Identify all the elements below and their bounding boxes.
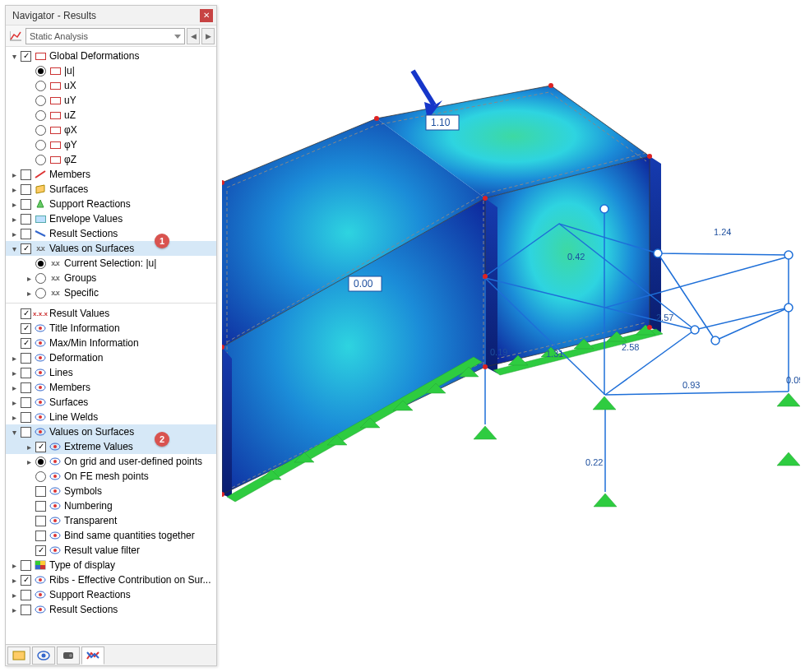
tab-results[interactable]: [81, 647, 104, 665]
radio[interactable]: [35, 273, 46, 284]
tree-envelope[interactable]: ▸Envelope Values: [6, 211, 216, 226]
checkbox[interactable]: [21, 308, 31, 319]
radio[interactable]: [35, 140, 46, 151]
checkbox[interactable]: [21, 51, 31, 62]
svg-point-84: [691, 326, 699, 334]
tree-extreme-values[interactable]: ▸Extreme Values: [6, 439, 216, 454]
graph-icon[interactable]: [7, 28, 24, 44]
analysis-combo[interactable]: Static Analysis: [25, 28, 185, 44]
tree-uy[interactable]: uY: [6, 93, 216, 108]
tree-result-filter[interactable]: Result value filter: [6, 543, 216, 558]
model-viewport[interactable]: 1.10 0.00 0.42 1.24 2.57 2.58 1.31 0.19 …: [222, 5, 800, 667]
next-button[interactable]: ▶: [201, 28, 215, 44]
close-button[interactable]: ✕: [200, 9, 213, 22]
checkbox[interactable]: [21, 590, 31, 600]
radio[interactable]: [35, 258, 46, 269]
value-box-top: 1.10: [426, 115, 459, 130]
checkbox[interactable]: [21, 229, 31, 239]
checkbox[interactable]: [21, 397, 31, 408]
tree-specific[interactable]: ▸x.xSpecific: [6, 285, 216, 300]
eye-icon: [49, 515, 62, 526]
tree-bind-same[interactable]: Bind same quantities together: [6, 528, 216, 543]
member-value: 1.24: [714, 227, 731, 237]
checkbox[interactable]: [21, 353, 31, 364]
radio[interactable]: [35, 288, 46, 299]
radio[interactable]: [35, 456, 46, 467]
tree-support-reactions2[interactable]: ▸Support Reactions: [6, 587, 216, 602]
checkbox[interactable]: [21, 560, 31, 571]
svg-marker-4: [37, 200, 44, 207]
tree-result-sections2[interactable]: ▸Result Sections: [6, 602, 216, 617]
checkbox[interactable]: [21, 575, 31, 586]
tree-surfaces[interactable]: ▸Surfaces: [6, 182, 216, 197]
checkbox[interactable]: [21, 243, 31, 254]
tree-transparent[interactable]: Transparent: [6, 513, 216, 528]
checkbox[interactable]: [35, 531, 46, 541]
tree-numbering[interactable]: Numbering: [6, 498, 216, 513]
tree-members2[interactable]: ▸Members: [6, 380, 216, 395]
tree-linewelds[interactable]: ▸Line Welds: [6, 410, 216, 424]
radio[interactable]: [35, 155, 46, 165]
tab-project[interactable]: [7, 647, 30, 665]
checkbox[interactable]: [35, 516, 46, 526]
tree-title-info[interactable]: Title Information: [6, 321, 216, 336]
tree-phiy[interactable]: φY: [6, 137, 216, 152]
svg-point-91: [483, 196, 488, 201]
tree-values-on-surfaces[interactable]: ▾x.xValues on Surfaces: [6, 241, 216, 256]
tree-groups[interactable]: ▸x.xGroups: [6, 271, 216, 285]
tree-type-display[interactable]: ▸Type of display: [6, 558, 216, 572]
checkbox[interactable]: [21, 169, 31, 180]
checkbox[interactable]: [21, 382, 31, 393]
tree-maxmin[interactable]: Max/Min Information: [6, 336, 216, 350]
tab-display[interactable]: [32, 647, 55, 665]
checkbox[interactable]: [35, 442, 46, 452]
radio[interactable]: [35, 471, 46, 482]
checkbox[interactable]: [35, 486, 46, 497]
tree-result-values[interactable]: x.x.xResult Values: [6, 306, 216, 321]
checkbox[interactable]: [21, 605, 31, 615]
checkbox[interactable]: [21, 323, 31, 334]
tree-ribs[interactable]: ▸Ribs - Effective Contribution on Sur...: [6, 572, 216, 587]
checkbox[interactable]: [21, 338, 31, 349]
prev-button[interactable]: ◀: [187, 28, 200, 44]
svg-rect-40: [40, 561, 45, 565]
envelope-icon: [34, 213, 47, 225]
checkbox[interactable]: [21, 214, 31, 225]
results-tree: ▾Global Deformations |u| uX uY uZ φX φY …: [6, 47, 216, 644]
radio[interactable]: [35, 66, 46, 76]
member-value: 0.09: [786, 375, 800, 385]
tree-phix[interactable]: φX: [6, 123, 216, 137]
tab-views[interactable]: [57, 647, 80, 665]
tree-lines[interactable]: ▸Lines: [6, 365, 216, 380]
tree-members[interactable]: ▸Members: [6, 167, 216, 182]
tree-deformation[interactable]: ▸Deformation: [6, 350, 216, 365]
tree-u-abs[interactable]: |u|: [6, 63, 216, 78]
checkbox[interactable]: [21, 427, 31, 438]
tree-global-deformations[interactable]: ▾Global Deformations: [6, 49, 216, 63]
checkbox[interactable]: [35, 545, 46, 556]
radio[interactable]: [35, 110, 46, 121]
svg-point-21: [39, 430, 42, 433]
checkbox[interactable]: [21, 199, 31, 210]
tree-phiz[interactable]: φZ: [6, 152, 216, 167]
svg-point-35: [53, 534, 57, 537]
tree-surfaces2[interactable]: ▸Surfaces: [6, 395, 216, 410]
tree-symbols[interactable]: Symbols: [6, 484, 216, 498]
tree-on-grid[interactable]: ▸On grid and user-defined points: [6, 454, 216, 469]
checkbox[interactable]: [21, 412, 31, 423]
radio[interactable]: [35, 95, 46, 106]
svg-point-25: [53, 460, 57, 463]
radio[interactable]: [35, 81, 46, 91]
tree-current-selection[interactable]: x.xCurrent Selection: |u|: [6, 256, 216, 271]
checkbox[interactable]: [21, 368, 31, 378]
tree-uz[interactable]: uZ: [6, 108, 216, 123]
checkbox[interactable]: [21, 184, 31, 195]
tree-ux[interactable]: uX: [6, 78, 216, 93]
tree-support-reactions[interactable]: ▸Support Reactions: [6, 197, 216, 211]
tree-values-on-surfaces2[interactable]: ▾Values on Surfaces: [6, 424, 216, 439]
tree-on-fe[interactable]: On FE mesh points: [6, 469, 216, 484]
tree-result-sections[interactable]: ▸Result Sections: [6, 226, 216, 241]
checkbox[interactable]: [35, 501, 46, 512]
radio[interactable]: [35, 125, 46, 136]
member-icon: [34, 169, 47, 180]
